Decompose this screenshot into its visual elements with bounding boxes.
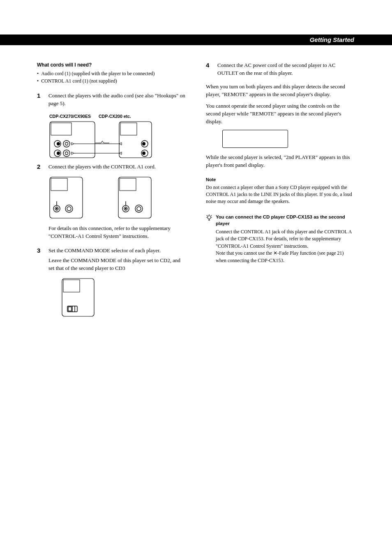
svg-rect-11 [120, 123, 137, 135]
section-header-bar: Getting Started [0, 35, 392, 45]
cords-heading: What cords will I need? [37, 62, 186, 69]
audio-cord-diagram-icon [49, 121, 152, 158]
bullet-dot: • [37, 70, 39, 77]
step-body: Connect the AC power cord of the second … [217, 62, 355, 80]
svg-line-44 [207, 215, 208, 216]
step-text: Connect the players with the audio cord … [48, 92, 186, 108]
step-body: Connect the players with the CONTROL A1 … [48, 163, 186, 173]
tip-body: You can connect the CD player CDP-CX153 … [216, 214, 355, 264]
x-fade-icon: ✕ [273, 250, 277, 257]
step-body: Set the COMMAND MODE selector of each pl… [48, 247, 186, 275]
step-text: Connect the players with the CONTROL A1 … [48, 163, 186, 171]
step-text-line1: Set the COMMAND MODE selector of each pl… [48, 247, 186, 255]
right-column: 4 Connect the AC power cord of the secon… [206, 62, 355, 322]
step-4: 4 Connect the AC power cord of the secon… [206, 62, 355, 80]
step-number: 3 [37, 247, 43, 275]
svg-point-33 [137, 207, 141, 211]
note-body: Do not connect a player other than a Son… [206, 184, 355, 205]
svg-point-5 [65, 143, 68, 145]
left-column: What cords will I need? • Audio cord (1)… [37, 62, 186, 322]
svg-point-8 [63, 150, 70, 157]
svg-rect-18 [50, 177, 83, 218]
svg-rect-19 [51, 178, 67, 191]
svg-point-32 [135, 205, 143, 212]
svg-point-9 [65, 152, 68, 155]
step-3: 3 Set the COMMAND MODE selector of each … [37, 247, 186, 275]
bullet-text: Audio cord (1) (supplied with the player… [41, 70, 154, 77]
svg-point-15 [143, 152, 145, 155]
svg-point-25 [67, 207, 71, 211]
display-placeholder-box [222, 130, 288, 148]
diagram-label-left: CDP-CX270/CX90ES [49, 113, 99, 120]
svg-rect-26 [118, 177, 151, 218]
svg-rect-34 [62, 279, 94, 316]
right-para-2: You cannot operate the second player usi… [206, 102, 355, 126]
diagram-command-mode [62, 278, 186, 317]
svg-point-3 [57, 143, 60, 145]
step-body: Connect the players with the audio cord … [48, 92, 186, 110]
svg-rect-1 [51, 123, 71, 135]
bullet-item: • Audio cord (1) (supplied with the play… [37, 70, 186, 77]
tip-title: You can connect the CD player CDP-CX153 … [216, 214, 355, 227]
step-text: Connect the AC power cord of the second … [217, 62, 355, 77]
svg-point-7 [57, 152, 60, 155]
diagram-control-a1 [49, 177, 186, 220]
svg-rect-27 [120, 178, 136, 191]
diagram-label-right: CDP-CX200 etc. [99, 113, 131, 120]
svg-point-40 [208, 216, 211, 219]
step-2: 2 Connect the players with the CONTROL A… [37, 163, 186, 173]
tip-block: You can connect the CD player CDP-CX153 … [206, 214, 355, 264]
content-columns: What cords will I need? • Audio cord (1)… [0, 45, 392, 322]
bullet-dot: • [37, 78, 39, 85]
svg-point-13 [143, 143, 145, 145]
note-heading: Note [206, 177, 355, 183]
right-para-3: While the second player is selected, "2n… [206, 154, 355, 169]
svg-point-30 [125, 208, 127, 209]
svg-rect-37 [68, 307, 71, 311]
svg-point-4 [63, 140, 70, 147]
command-mode-diagram-icon [62, 278, 99, 317]
step-number: 4 [206, 62, 212, 80]
svg-point-22 [56, 208, 58, 209]
step-number: 2 [37, 163, 43, 173]
diagram-audio-cord: CDP-CX270/CX90ES CDP-CX200 etc. [49, 113, 186, 158]
lightbulb-icon [206, 214, 212, 264]
page-root: Getting Started What cords will I need? … [0, 35, 392, 555]
svg-rect-35 [63, 280, 80, 292]
tip-text-2a: Note that you cannot use the [216, 250, 273, 256]
section-title: Getting Started [310, 35, 354, 44]
tip-text-1: Connect the CONTROL A1 jack of this play… [216, 228, 355, 250]
svg-line-45 [211, 215, 212, 216]
tip-text-2: Note that you cannot use the ✕-Fade Play… [216, 250, 355, 264]
right-para-1: When you turn on both players and this p… [206, 83, 355, 99]
cords-bullets: • Audio cord (1) (supplied with the play… [37, 70, 186, 85]
step-number: 1 [37, 92, 43, 110]
bullet-item: • CONTROL A1 cord (1) (not supplied) [37, 78, 186, 85]
bullet-text: CONTROL A1 cord (1) (not supplied) [41, 78, 117, 85]
diagram-labels: CDP-CX270/CX90ES CDP-CX200 etc. [49, 113, 186, 120]
svg-rect-10 [119, 122, 152, 158]
step-text-line2: Leave the COMMAND MODE of this player se… [48, 257, 186, 272]
svg-point-24 [65, 205, 73, 212]
control-a1-diagram-icon [49, 177, 152, 220]
step-1: 1 Connect the players with the audio cor… [37, 92, 186, 110]
step-2-tail: For details on this connection, refer to… [48, 225, 186, 240]
